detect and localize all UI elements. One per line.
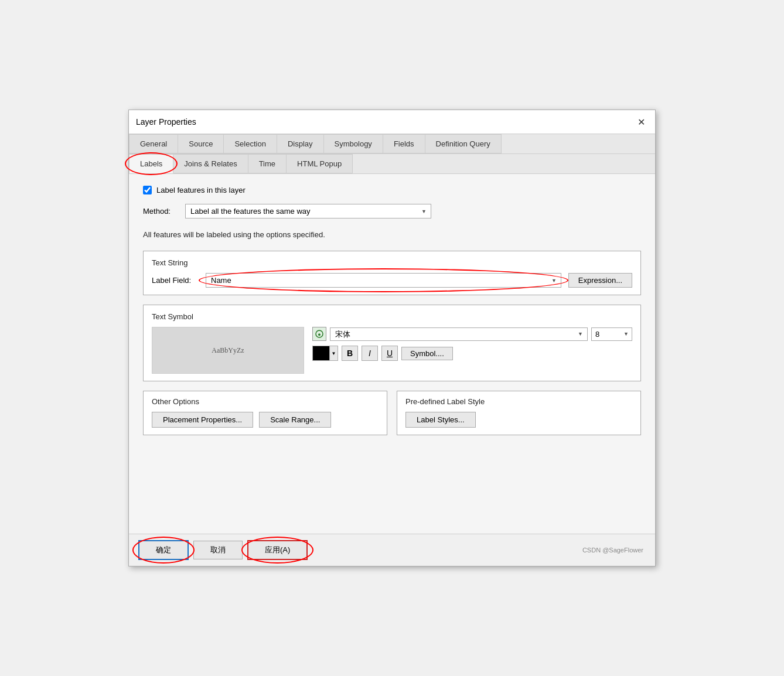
color-control: ▼ — [312, 346, 338, 361]
watermark: CSDN @SageFlower — [582, 547, 646, 554]
footer: 确定 取消 应用(A) CSDN @SageFlower — [129, 534, 655, 566]
bold-button[interactable]: B — [342, 346, 358, 361]
other-options-title: Other Options — [152, 397, 379, 406]
confirm-button[interactable]: 确定 — [138, 540, 189, 560]
predefined-buttons: Label Styles... — [405, 412, 632, 428]
color-button[interactable] — [312, 346, 330, 361]
predefined-title: Pre-defined Label Style — [405, 397, 632, 406]
tab-display[interactable]: Display — [277, 134, 324, 153]
label-features-checkbox[interactable] — [143, 186, 152, 194]
tab-joins-relates[interactable]: Joins & Relates — [173, 154, 248, 173]
layer-properties-dialog: Layer Properties ✕ General Source Select… — [128, 110, 656, 566]
label-features-row: Label features in this layer — [143, 186, 641, 194]
method-label: Method: — [143, 207, 178, 216]
svg-text:●: ● — [318, 332, 321, 337]
text-symbol-title: Text Symbol — [152, 312, 632, 321]
italic-button[interactable]: I — [362, 346, 378, 361]
tabs-row2: Labels Joins & Relates Time HTML Popup — [129, 154, 655, 174]
label-field-row: Label Field: Name ID Type Expression... — [152, 273, 632, 288]
color-dropdown-button[interactable]: ▼ — [330, 346, 338, 361]
other-options-group: Other Options Placement Properties... Sc… — [143, 391, 387, 435]
other-options-buttons: Placement Properties... Scale Range... — [152, 412, 379, 428]
tab-time[interactable]: Time — [248, 154, 287, 173]
method-select[interactable]: Label all the features the same way Defi… — [185, 204, 431, 218]
close-button[interactable]: ✕ — [634, 115, 648, 129]
label-features-label: Label features in this layer — [156, 186, 246, 194]
tab-source[interactable]: Source — [178, 134, 224, 153]
preview-text: AaBbYyZz — [212, 346, 244, 355]
font-controls: ● 宋体 Arial Times New Roman 8 — [312, 327, 632, 374]
tab-selection[interactable]: Selection — [224, 134, 277, 153]
predefined-group: Pre-defined Label Style Label Styles... — [397, 391, 641, 435]
tab-labels[interactable]: Labels — [129, 154, 173, 173]
text-symbol-inner: AaBbYyZz ● 宋体 Arial Times New Roman — [152, 327, 632, 374]
content-area: Label features in this layer Method: Lab… — [129, 174, 655, 534]
tab-html-popup[interactable]: HTML Popup — [287, 154, 353, 173]
tabs-row1: General Source Selection Display Symbolo… — [129, 134, 655, 154]
size-select[interactable]: 8 10 12 14 16 — [591, 327, 632, 341]
font-row: ● 宋体 Arial Times New Roman 8 — [312, 327, 632, 341]
placement-properties-button[interactable]: Placement Properties... — [152, 412, 253, 428]
label-styles-button[interactable]: Label Styles... — [405, 412, 476, 428]
tab-general[interactable]: General — [129, 134, 178, 153]
style-row: ▼ B I U Symbol.... — [312, 346, 632, 361]
tab-symbology[interactable]: Symbology — [324, 134, 383, 153]
apply-btn-wrapper: 应用(A) — [247, 540, 308, 560]
method-select-wrapper: Label all the features the same way Defi… — [185, 204, 431, 218]
underline-button[interactable]: U — [381, 346, 398, 361]
expression-button[interactable]: Expression... — [568, 273, 632, 288]
font-select-wrapper: 宋体 Arial Times New Roman — [330, 327, 588, 341]
method-row: Method: Label all the features the same … — [143, 204, 641, 218]
dialog-title: Layer Properties — [136, 117, 196, 127]
symbol-button[interactable]: Symbol.... — [401, 347, 453, 360]
text-string-group: Text String Label Field: Name ID Type Ex… — [143, 251, 641, 295]
options-row: Other Options Placement Properties... Sc… — [143, 391, 641, 435]
label-field-select[interactable]: Name ID Type — [206, 273, 561, 288]
cancel-button[interactable]: 取消 — [193, 541, 243, 559]
info-text: All features will be labeled using the o… — [143, 230, 641, 239]
text-symbol-group: Text Symbol AaBbYyZz ● 宋体 Arial — [143, 305, 641, 381]
confirm-btn-wrapper: 确定 — [138, 540, 189, 560]
apply-button[interactable]: 应用(A) — [247, 540, 308, 560]
label-field-select-wrapper: Name ID Type — [206, 273, 561, 288]
text-string-title: Text String — [152, 258, 632, 267]
color-bar — [315, 357, 328, 360]
size-select-wrapper: 8 10 12 14 16 — [591, 327, 632, 341]
font-select[interactable]: 宋体 Arial Times New Roman — [330, 327, 588, 341]
label-field-label: Label Field: — [152, 276, 199, 285]
tab-definition-query[interactable]: Definition Query — [425, 134, 502, 153]
font-brand-icon: ● — [312, 327, 326, 341]
scale-range-button[interactable]: Scale Range... — [259, 412, 331, 428]
font-preview-box: AaBbYyZz — [152, 327, 304, 374]
tab-fields[interactable]: Fields — [383, 134, 425, 153]
title-bar: Layer Properties ✕ — [129, 110, 655, 134]
